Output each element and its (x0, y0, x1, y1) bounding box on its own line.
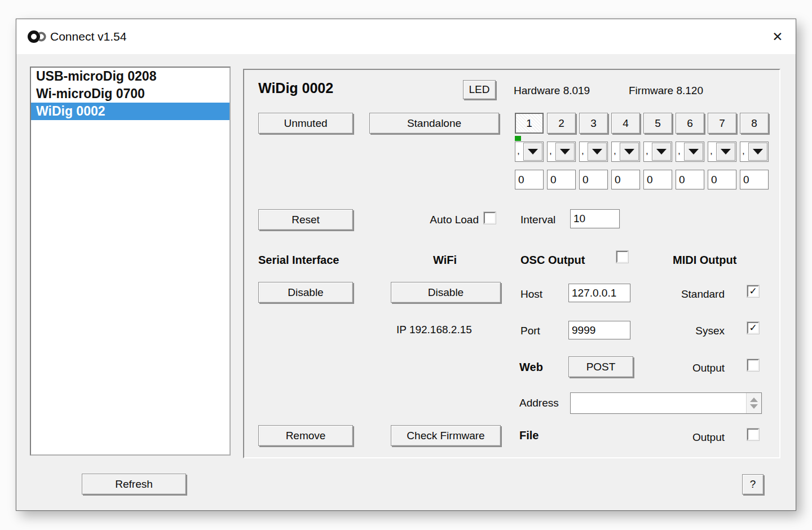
dropdown-button[interactable] (620, 143, 639, 161)
standard-checkbox[interactable]: ✓ (747, 285, 759, 297)
wifi-heading: WiFi (433, 254, 457, 267)
file-output-checkbox[interactable] (747, 429, 759, 440)
checkmark: ✓ (749, 323, 757, 333)
list-item-widig-selected[interactable]: WiDig 0002 (31, 103, 230, 120)
serial-disable-button[interactable]: Disable (258, 282, 353, 303)
sensor-value-input-3[interactable] (579, 170, 608, 189)
mute-toggle-button[interactable]: Unmuted (258, 113, 353, 134)
device-name-heading: WiDig 0002 (258, 80, 333, 96)
app-window: Connect v1.54 ✕ USB-microDig 0208 Wi-mic… (16, 19, 796, 511)
sensor-value-input-4[interactable] (611, 170, 640, 189)
dropdown-button[interactable] (716, 143, 735, 161)
sensor-value-input-7[interactable] (708, 170, 736, 189)
chevron-down-icon (721, 149, 731, 154)
sensor-type-dropdown-6[interactable]: , (676, 142, 704, 162)
app-logo-icon (28, 30, 47, 43)
sensor-type-dropdown-2[interactable]: , (547, 142, 576, 162)
dropdown-value: , (644, 142, 651, 161)
dropdown-button[interactable] (555, 143, 575, 161)
sensor-value-input-2[interactable] (547, 170, 576, 189)
sensor-button-1[interactable]: 1 (515, 113, 544, 134)
led-button[interactable]: LED (463, 80, 496, 99)
close-button[interactable]: ✕ (760, 19, 796, 54)
remove-button[interactable]: Remove (258, 425, 353, 446)
chevron-down-icon (656, 149, 667, 154)
sensor-type-dropdown-4[interactable]: , (611, 142, 640, 162)
dropdown-value: , (548, 142, 555, 161)
dropdown-value: , (580, 142, 587, 161)
dropdown-value: , (708, 142, 716, 161)
sysex-checkbox[interactable]: ✓ (747, 322, 759, 334)
checkmark: ✓ (749, 286, 757, 296)
check-firmware-button[interactable]: Check Firmware (391, 425, 501, 446)
sensor-value-input-6[interactable] (676, 170, 704, 189)
web-output-label: Output (657, 362, 725, 374)
title-bar: Connect v1.54 ✕ (16, 19, 796, 54)
port-label: Port (520, 325, 540, 337)
chevron-down-icon (624, 149, 634, 154)
list-item-wi-microdig[interactable]: Wi-microDig 0700 (31, 85, 230, 103)
host-label: Host (520, 288, 542, 301)
dropdown-value: , (612, 142, 619, 161)
sensor-button-6[interactable]: 6 (676, 113, 704, 134)
reset-button[interactable]: Reset (258, 209, 353, 230)
wifi-disable-button[interactable]: Disable (391, 282, 501, 303)
active-sensor-indicator (515, 136, 521, 141)
sensor-button-8[interactable]: 8 (740, 113, 769, 134)
dropdown-value: , (740, 142, 748, 161)
web-output-checkbox[interactable] (747, 359, 759, 371)
sensor-value-input-5[interactable] (643, 170, 672, 189)
list-item-usb-microdig[interactable]: USB-microDig 0208 (31, 68, 230, 85)
address-input[interactable] (571, 393, 746, 413)
dropdown-button[interactable] (588, 143, 607, 161)
serial-interface-heading: Serial Interface (258, 254, 339, 267)
sensor-type-dropdown-3[interactable]: , (579, 142, 608, 162)
osc-output-checkbox[interactable] (616, 251, 628, 263)
auto-load-checkbox[interactable] (484, 212, 496, 224)
address-field (570, 392, 762, 414)
spinner-down-icon (750, 404, 758, 409)
sensor-button-4[interactable]: 4 (611, 113, 640, 134)
sensor-type-dropdown-7[interactable]: , (708, 142, 736, 162)
sensor-type-dropdown-8[interactable]: , (740, 142, 769, 162)
hardware-version-label: Hardware 8.019 (514, 85, 590, 97)
interval-label: Interval (520, 214, 555, 226)
sensor-button-2[interactable]: 2 (547, 113, 576, 134)
web-label: Web (519, 361, 543, 374)
dropdown-button[interactable] (523, 143, 542, 161)
interval-input[interactable] (570, 209, 620, 228)
sensor-value-input-8[interactable] (740, 170, 769, 189)
spinner-up-icon (750, 398, 758, 402)
midi-output-heading: MIDI Output (673, 254, 736, 267)
chevron-down-icon (689, 149, 699, 154)
standalone-toggle-button[interactable]: Standalone (369, 113, 499, 134)
chevron-down-icon (560, 149, 570, 154)
chevron-down-icon (528, 149, 538, 154)
address-label: Address (519, 397, 559, 409)
wifi-ip-label: IP 192.168.2.15 (396, 324, 472, 336)
sensor-button-7[interactable]: 7 (708, 113, 736, 134)
dropdown-button[interactable] (748, 143, 767, 161)
close-icon: ✕ (772, 29, 783, 45)
standard-label: Standard (657, 288, 725, 301)
sensor-type-dropdown-1[interactable]: , (515, 142, 544, 162)
file-label: File (519, 429, 539, 442)
sensor-type-dropdown-5[interactable]: , (643, 142, 672, 162)
osc-output-heading: OSC Output (520, 254, 585, 267)
refresh-button[interactable]: Refresh (82, 474, 186, 494)
port-input[interactable] (568, 321, 630, 339)
dropdown-button[interactable] (652, 143, 671, 161)
device-panel: WiDig 0002 LED Hardware 8.019 Firmware 8… (243, 69, 780, 458)
file-output-label: Output (657, 431, 725, 444)
help-button[interactable]: ? (742, 474, 764, 494)
post-button[interactable]: POST (568, 356, 633, 377)
chevron-down-icon (592, 149, 602, 154)
dropdown-value: , (515, 142, 523, 161)
sensor-button-3[interactable]: 3 (579, 113, 608, 134)
address-spinner[interactable] (746, 393, 761, 413)
sensor-value-input-1[interactable] (515, 170, 544, 189)
dropdown-button[interactable] (684, 143, 703, 161)
dropdown-value: , (676, 142, 683, 161)
sensor-button-5[interactable]: 5 (643, 113, 672, 134)
host-input[interactable] (568, 284, 630, 302)
